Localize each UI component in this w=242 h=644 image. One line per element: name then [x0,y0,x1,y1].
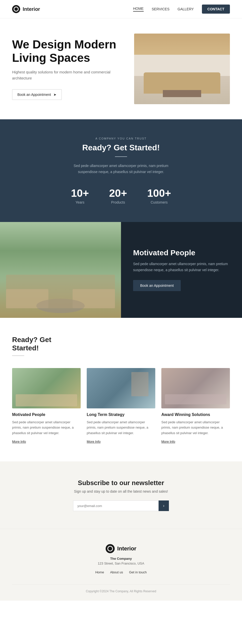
footer-address: 123 Street, San Francisco, USA [12,562,230,565]
newsletter-subtext: Sign up and stay up to date on all the l… [12,489,230,493]
trust-divider [115,156,127,157]
card-3-sofa [165,394,227,404]
footer-brand-name: Interior [117,545,136,552]
furniture-1 [6,289,48,308]
cards-title: Ready? Get Started! [12,335,51,356]
newsletter-section: Subscribe to our newsletter Sign up and … [0,461,242,529]
card-2-image [87,368,155,408]
footer-copyright: Copyright ©2024 The Company, All Rights … [12,584,230,593]
newsletter-form: › [73,500,169,511]
motivated-content: Motivated People Sed pede ullamcorper am… [121,222,242,318]
outdoor-bg [0,222,121,318]
newsletter-heading: Subscribe to our newsletter [12,479,230,487]
trust-section: A COMPANY YOU CAN TRUST Ready? Get Start… [0,119,242,222]
logo-icon [12,5,20,13]
trust-subtitle: A COMPANY YOU CAN TRUST [12,137,230,140]
cards-heading-line2: Started! [12,344,39,352]
room-table [163,90,201,97]
cards-grid: Motivated People Sed pede ullamcorper am… [12,368,230,444]
card-3-title: Award Winning Solutions [161,412,230,417]
newsletter-email-input[interactable] [73,500,159,511]
stat-products-label: Products [109,200,127,204]
card-3-more-info[interactable]: More Info [161,440,175,443]
card-2-more-info[interactable]: More Info [87,440,101,443]
card-1-description: Sed pede ullamcorper amet ullamcorper pr… [12,419,81,436]
nav-services[interactable]: SERVICES [152,7,170,11]
stat-products: 20+ Products [109,187,127,204]
arrow-icon: ➤ [53,93,56,97]
cards-title-divider [12,355,24,356]
motivated-heading: Motivated People [133,248,230,257]
motivated-cta-button[interactable]: Book an Appointment [133,280,181,291]
card-1-image [12,368,81,408]
card-2-description: Sed pede ullamcorper amet ullamcorper pr… [87,419,155,436]
brand-name: Interior [23,6,40,12]
cards-section: Ready? Get Started! Motivated People Sed… [0,318,242,462]
trust-heading: Ready? Get Started! [12,143,230,152]
card-award-winning: Award Winning Solutions Sed pede ullamco… [161,368,230,444]
card-motivated-people: Motivated People Sed pede ullamcorper am… [12,368,81,444]
footer-logo-icon [106,544,115,553]
stat-products-value: 20+ [109,187,127,199]
newsletter-submit-button[interactable]: › [159,500,169,511]
footer-link-about[interactable]: About us [110,570,123,574]
stat-customers-value: 100+ [147,187,171,199]
motivated-image [0,222,121,318]
stat-customers: 100+ Customers [147,187,171,204]
stats-container: 10+ Years 20+ Products 100+ Customers [12,187,230,204]
card-1-title: Motivated People [12,412,81,417]
trust-description: Sed pede ullamcorper amet ullamcorper pr… [68,163,174,175]
cards-heading-line1: Ready? Get [12,336,51,344]
nav-links: HOME SERVICES GALLERY CONTACT [133,5,230,14]
cards-heading: Ready? Get Started! [12,335,51,352]
hero-cta-button[interactable]: Book an Appointment ➤ [12,89,62,100]
hero-subtext: Highest quality solutions for modern hom… [12,69,124,81]
motivated-description: Sed pede ullamcorper amet ullamcorper pr… [133,261,230,273]
footer: Interior The Company 123 Street, San Fra… [0,529,242,601]
stat-customers-label: Customers [147,200,171,204]
stat-years-label: Years [71,200,89,204]
hero-text-block: We Design Modern Living Spaces Highest q… [12,38,124,100]
stat-years: 10+ Years [71,187,89,204]
navigation: Interior HOME SERVICES GALLERY CONTACT [0,0,242,18]
card-1-furniture [16,394,77,406]
brand-logo[interactable]: Interior [12,5,40,13]
footer-link-home[interactable]: Home [95,570,104,574]
nav-gallery[interactable]: GALLERY [177,7,194,11]
hero-section: We Design Modern Living Spaces Highest q… [0,18,242,119]
stat-years-value: 10+ [71,187,89,199]
card-3-description: Sed pede ullamcorper amet ullamcorper pr… [161,419,230,436]
footer-link-contact[interactable]: Get in touch [129,570,147,574]
card-3-image [161,368,230,408]
hero-image [134,34,230,104]
card-2-shelf [131,372,148,396]
motivated-section: Motivated People Sed pede ullamcorper am… [0,222,242,318]
card-1-more-info[interactable]: More Info [12,440,26,443]
nav-contact-button[interactable]: CONTACT [202,5,230,14]
furniture-2 [73,289,115,308]
cards-header: Ready? Get Started! [12,335,230,356]
pouf-1 [36,299,85,313]
card-2-title: Long Term Strategy [87,412,155,417]
card-long-term-strategy: Long Term Strategy Sed pede ullamcorper … [87,368,155,444]
footer-links: Home About us Get in touch [12,570,230,574]
nav-home[interactable]: HOME [133,7,144,12]
hero-cta-label: Book an Appointment [17,93,51,97]
room-ceiling [134,34,230,55]
footer-company-name: The Company [12,557,230,561]
footer-logo: Interior [12,544,230,553]
hero-heading: We Design Modern Living Spaces [12,38,124,65]
